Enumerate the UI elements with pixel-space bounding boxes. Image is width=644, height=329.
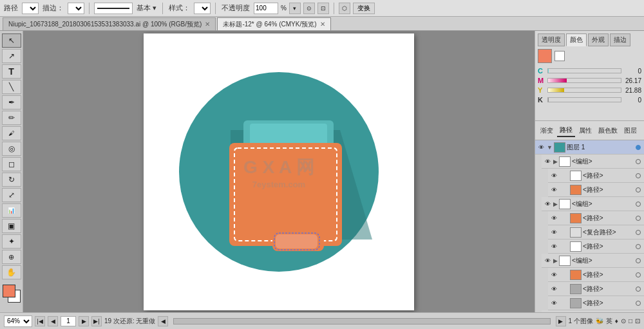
scale-tool[interactable]: ⤢: [2, 188, 21, 202]
path-select[interactable]: [22, 3, 39, 14]
dot-g1: [634, 157, 643, 166]
layer-name-p7: <路径>: [583, 299, 632, 308]
toolbar-icon3[interactable]: ⬡: [339, 3, 350, 14]
status-icon3: ⊙: [621, 317, 626, 324]
tab-transparency[interactable]: 透明度: [538, 33, 565, 46]
hand-tool[interactable]: ✋: [2, 265, 21, 279]
pen-tool[interactable]: ✒: [2, 95, 21, 109]
k-slider[interactable]: [547, 97, 621, 102]
eyedropper-tool[interactable]: ✦: [2, 234, 21, 249]
m-slider[interactable]: [547, 78, 621, 83]
toolbar-icon1[interactable]: ⊙: [303, 3, 315, 14]
tab-stroke[interactable]: 描边: [610, 33, 630, 46]
bg-swatch[interactable]: [554, 51, 565, 61]
nav-last[interactable]: ▶|: [91, 316, 102, 326]
eye-icon-g3[interactable]: 👁: [543, 256, 552, 265]
eye-icon-p3[interactable]: 👁: [549, 214, 558, 223]
layer-name-p2: <路径>: [583, 185, 632, 194]
tab-gradient[interactable]: 渐变: [538, 125, 556, 136]
tab-path[interactable]: 路径: [557, 124, 575, 137]
stroke-select[interactable]: [68, 3, 84, 14]
wallet-illustration: [173, 66, 385, 278]
nav-extra1[interactable]: ◀: [158, 316, 168, 326]
style-select[interactable]: [194, 3, 211, 14]
dot-g3: [634, 256, 643, 265]
status-icon1: 🐝: [596, 317, 603, 324]
tab-ai-label: Niupic_10673188_20180306153531383033.ai …: [8, 20, 202, 29]
object-count: 1 个图像: [569, 317, 593, 326]
tab-layers[interactable]: 图层: [621, 125, 639, 136]
sep2: [162, 3, 163, 14]
right-mid-tabs: 渐变 路径 属性 颜色数 图层: [535, 121, 644, 140]
page-input[interactable]: [61, 316, 76, 326]
pencil-tool[interactable]: ✏: [2, 111, 21, 125]
type-tool[interactable]: T: [2, 64, 21, 79]
eye-icon-p2[interactable]: 👁: [549, 185, 558, 194]
eye-icon-main[interactable]: 👁: [536, 143, 545, 152]
line-tool[interactable]: ╲: [2, 80, 21, 94]
chart-tool[interactable]: 📊: [2, 203, 21, 218]
canvas-area[interactable]: G X A 网 7eystem.com: [23, 31, 535, 312]
layer-row-path3[interactable]: 👁 <路径>: [548, 211, 644, 225]
opacity-icon-btn[interactable]: ▾: [289, 3, 301, 14]
dot-cp: [634, 228, 643, 237]
c-slider[interactable]: [547, 68, 621, 73]
tab-colorcount[interactable]: 颜色数: [596, 125, 620, 136]
gradient-tool[interactable]: ▣: [2, 219, 21, 233]
opacity-input[interactable]: [254, 3, 278, 14]
direct-selection-tool[interactable]: ↗: [2, 49, 21, 63]
layer-row-path1[interactable]: 👁 <路径>: [548, 169, 644, 183]
nav-first[interactable]: |◀: [35, 316, 45, 326]
fg-color-box[interactable]: [3, 285, 15, 297]
zoom-tool[interactable]: ⊕: [2, 250, 21, 264]
nav-prev[interactable]: ◀: [48, 316, 58, 326]
layer-row-group2[interactable]: 👁 ▶ <编组>: [542, 197, 644, 211]
layer-row-compound[interactable]: 👁 <复合路径>: [548, 225, 644, 240]
layer-row-path7[interactable]: 👁 <路径>: [548, 296, 644, 310]
layer-row-group3[interactable]: 👁 ▶ <编组>: [542, 254, 644, 268]
layer-row-path6[interactable]: 👁 <路径>: [548, 282, 644, 296]
layer-row-main[interactable]: 👁 ▼ 图层 1: [535, 140, 644, 155]
eye-icon-g2[interactable]: 👁: [543, 200, 552, 209]
layer-name-g2: <编组>: [572, 200, 632, 209]
layer-row-group1[interactable]: 👁 ▶ <编组>: [542, 155, 644, 169]
eye-icon-p7[interactable]: 👁: [549, 299, 558, 308]
toolbar-icon2[interactable]: ⊡: [317, 3, 329, 14]
zoom-select[interactable]: 64%: [4, 315, 32, 327]
tab-appearance[interactable]: 外观: [588, 33, 609, 46]
thumb-p7: [570, 298, 582, 308]
nav-extra2[interactable]: ▶: [556, 316, 566, 326]
paintbrush-tool[interactable]: 🖌: [2, 126, 21, 140]
tab-active-close[interactable]: ✕: [320, 21, 325, 28]
y-slider[interactable]: [547, 88, 621, 93]
layer-row-path2[interactable]: 👁 <路径>: [548, 183, 644, 197]
layer-row-group4[interactable]: 👁 ▶ <编组>: [542, 310, 644, 312]
tab-active-file[interactable]: 未标题-12* @ 64% (CMYK/预览) ✕: [217, 17, 330, 30]
eye-icon-p6[interactable]: 👁: [549, 285, 558, 294]
rotate-tool[interactable]: ↻: [2, 173, 21, 187]
layer-row-path4[interactable]: 👁 <路径>: [548, 240, 644, 254]
transform-button[interactable]: 变换: [353, 3, 375, 14]
thumb-p3: [570, 213, 582, 223]
eye-icon-cp[interactable]: 👁: [549, 228, 558, 237]
selection-tool[interactable]: ↖: [2, 33, 21, 48]
eye-icon-p1[interactable]: 👁: [549, 171, 558, 180]
tab-props[interactable]: 属性: [576, 125, 594, 136]
layer-row-path5[interactable]: 👁 <路径>: [548, 268, 644, 282]
status-icon4: □: [629, 317, 632, 324]
blob-tool[interactable]: ◎: [2, 142, 21, 156]
tab-ai-file[interactable]: Niupic_10673188_20180306153531383033.ai …: [3, 17, 216, 30]
tab-color[interactable]: 颜色: [566, 33, 587, 46]
eye-icon-p4[interactable]: 👁: [549, 242, 558, 251]
status-text-en: 英: [606, 317, 612, 326]
eye-icon-g1[interactable]: 👁: [543, 157, 552, 166]
dot-p5: [634, 270, 643, 279]
eye-icon-p5[interactable]: 👁: [549, 270, 558, 279]
dot-p1: [634, 171, 643, 180]
nav-next[interactable]: ▶: [79, 316, 89, 326]
dot-g2: [634, 200, 643, 209]
layer-name-g1: <编组>: [572, 157, 632, 166]
tab-ai-close[interactable]: ✕: [205, 21, 210, 28]
eraser-tool[interactable]: ◻: [2, 157, 21, 171]
fg-swatch[interactable]: [538, 49, 552, 63]
